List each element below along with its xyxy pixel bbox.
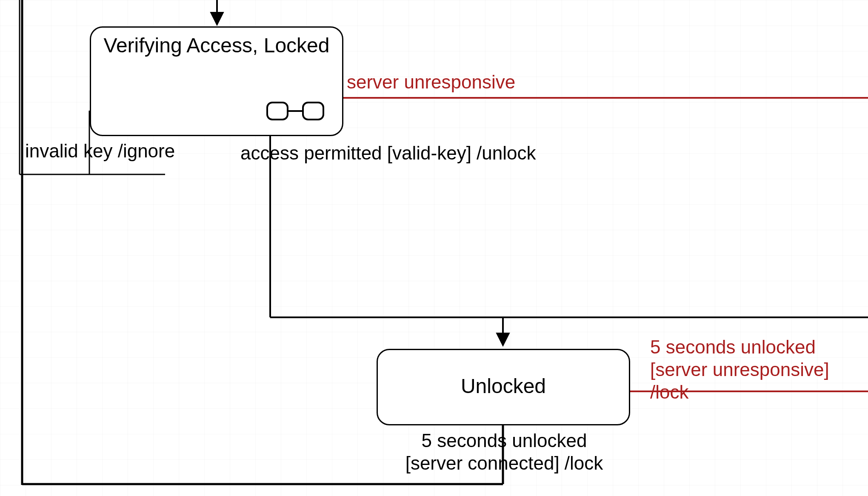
- svg-rect-0: [267, 103, 288, 120]
- composite-state-icon: [266, 98, 325, 124]
- state-unlocked-title: Unlocked: [461, 374, 546, 398]
- label-five-sec-connected: 5 seconds unlocked[server connected] /lo…: [400, 430, 608, 475]
- state-verifying-access: Verifying Access, Locked: [90, 26, 343, 136]
- label-invalid-key: invalid key /ignore: [25, 140, 175, 162]
- label-access-permitted: access permitted [valid-key] /unlock: [240, 143, 536, 164]
- svg-rect-1: [303, 103, 323, 120]
- state-unlocked: Unlocked: [377, 349, 630, 425]
- state-verifying-title: Verifying Access, Locked: [104, 34, 330, 57]
- label-five-sec-unresponsive: 5 seconds unlocked[server unresponsive] …: [650, 336, 868, 403]
- label-server-unresponsive: server unresponsive: [347, 71, 515, 93]
